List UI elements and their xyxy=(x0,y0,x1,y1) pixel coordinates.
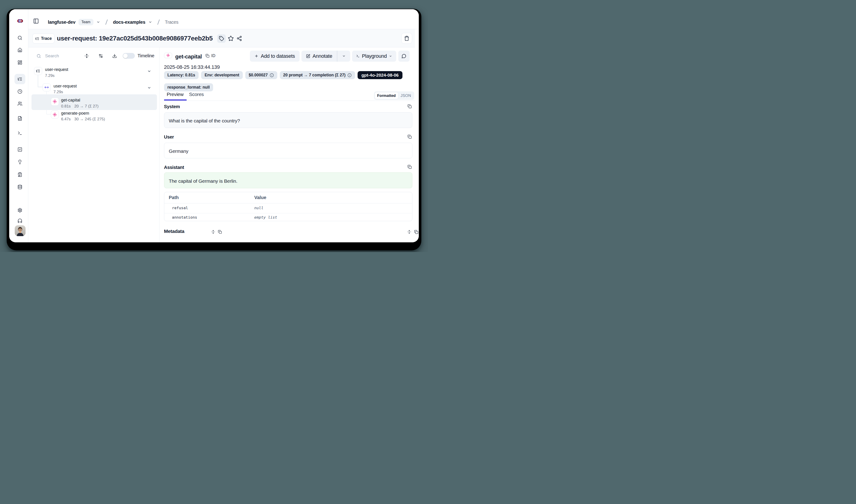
format-json-button[interactable]: JSON xyxy=(398,92,413,99)
sidebar-item-support[interactable] xyxy=(15,216,25,226)
annotate-label: Annotate xyxy=(313,53,332,59)
langfuse-logo-icon[interactable] xyxy=(17,19,23,23)
annotate-dropdown-button[interactable] xyxy=(337,51,350,62)
metadata-expand-button[interactable] xyxy=(211,230,215,234)
org-chevron-down-icon[interactable] xyxy=(96,20,100,24)
table-row-value: empty list xyxy=(254,215,277,219)
copy-icon xyxy=(206,54,209,58)
tree-node-duration: 7.29s xyxy=(54,90,63,94)
detail-title: get-capital xyxy=(175,53,202,60)
timeline-toggle[interactable] xyxy=(123,53,135,59)
download-icon xyxy=(112,54,117,58)
comments-button[interactable] xyxy=(398,51,410,62)
tag-button[interactable] xyxy=(217,34,226,43)
sidebar-item-playground[interactable] xyxy=(15,128,25,138)
tree-node-duration-value: 6.47s xyxy=(61,117,71,122)
assistant-message-text: The capital of Germany is Berlin. xyxy=(169,178,237,184)
table-row-path: annotations xyxy=(172,215,197,219)
tree-connector xyxy=(38,87,42,87)
sidebar-item-home[interactable] xyxy=(15,45,25,55)
trace-type-label: Trace xyxy=(41,36,52,41)
sidebar-item-tracing[interactable] xyxy=(15,74,25,84)
user-avatar[interactable] xyxy=(15,225,25,236)
sidebar-item-datasets[interactable] xyxy=(15,182,25,192)
settings-gear-icon xyxy=(17,208,22,213)
home-icon xyxy=(17,48,22,52)
info-icon xyxy=(347,73,352,77)
tree-node-span-icon-box xyxy=(42,83,51,91)
span-move-horizontal-icon xyxy=(44,85,49,90)
tab-preview[interactable]: Preview xyxy=(167,92,184,97)
copy-assistant-button[interactable] xyxy=(408,165,412,169)
terminal-icon xyxy=(356,54,360,58)
trace-tree-icon xyxy=(36,69,40,73)
model-badge[interactable]: gpt-4o-2024-08-06 xyxy=(358,71,403,79)
tokens-badge[interactable]: 20 prompt → 7 completion (Σ 27) xyxy=(280,71,355,79)
tree-node-generation-icon-box xyxy=(51,97,59,106)
share-icon xyxy=(236,36,242,41)
unfold-vertical-icon xyxy=(211,230,215,234)
copy-icon xyxy=(414,230,418,234)
metadata-copy-button[interactable] xyxy=(218,230,222,234)
sidebar-item-dashboards[interactable] xyxy=(15,57,25,68)
users-icon xyxy=(17,101,22,106)
env-badge: Env: development xyxy=(201,71,243,79)
star-icon xyxy=(228,35,234,41)
tab-scores[interactable]: Scores xyxy=(189,92,204,97)
observation-detail-panel: get-capital ID Add to datasets Annotate … xyxy=(160,48,419,242)
generation-pinwheel-icon xyxy=(52,99,57,104)
sidebar-item-sessions[interactable] xyxy=(15,86,25,97)
download-button[interactable] xyxy=(112,53,117,58)
copy-id-button[interactable] xyxy=(206,54,209,58)
copy-system-button[interactable] xyxy=(408,104,412,108)
sidebar-item-search[interactable] xyxy=(15,33,25,43)
tree-node-label[interactable]: generate-poem xyxy=(61,111,89,116)
clock-icon xyxy=(17,89,22,94)
bookmark-star-button[interactable] xyxy=(228,35,234,42)
metadata-copy-button-right[interactable] xyxy=(414,230,418,234)
breadcrumb-section[interactable]: Traces xyxy=(165,20,179,25)
add-to-datasets-button[interactable]: Add to datasets xyxy=(250,51,300,62)
tree-node-label[interactable]: user-request xyxy=(45,67,68,72)
copy-user-button[interactable] xyxy=(408,134,412,139)
app-window: langfuse-dev Team docs-examples Traces T… xyxy=(9,9,419,242)
tree-settings-button[interactable] xyxy=(98,53,103,58)
system-message-box: What is the capital of the country? xyxy=(164,112,413,128)
breadcrumb-separator-2 xyxy=(157,19,159,25)
section-heading-assistant: Assistant xyxy=(164,165,184,170)
tree-node-collapse-chevron[interactable] xyxy=(147,86,151,90)
format-formatted-button[interactable]: Formatted xyxy=(375,92,398,99)
sidebar-item-users[interactable] xyxy=(15,98,25,109)
info-icon xyxy=(270,73,274,77)
project-chevron-down-icon[interactable] xyxy=(148,20,152,24)
assistant-message-box: The capital of Germany is Berlin. xyxy=(164,173,413,188)
detail-generation-icon-box xyxy=(164,53,172,58)
breadcrumb-org[interactable]: langfuse-dev xyxy=(48,20,75,25)
sidebar-item-settings[interactable] xyxy=(15,205,25,215)
table-row-value: null xyxy=(254,206,264,210)
breadcrumb-project[interactable]: docs-examples xyxy=(113,20,145,25)
tree-node-label[interactable]: user-request xyxy=(54,84,77,89)
sidebar-item-insights[interactable] xyxy=(15,157,25,167)
output-table: Path Value refusal null annotations empt… xyxy=(164,192,413,221)
playground-button[interactable]: Playground xyxy=(352,51,396,62)
id-label[interactable]: ID xyxy=(211,53,215,58)
tree-search[interactable]: Search xyxy=(37,52,59,59)
table-divider xyxy=(164,213,412,213)
sidebar-toggle-button[interactable] xyxy=(33,18,39,24)
dashboard-icon xyxy=(17,60,22,65)
tree-node-collapse-chevron[interactable] xyxy=(147,69,151,73)
sidebar-item-annotation[interactable] xyxy=(15,169,25,180)
collapse-all-button[interactable] xyxy=(84,53,89,58)
annotate-button[interactable]: Annotate xyxy=(301,51,337,62)
metadata-expand-button-right[interactable] xyxy=(407,230,411,234)
delete-trace-button[interactable] xyxy=(401,33,412,44)
cost-badge[interactable]: $0.000027 xyxy=(245,71,277,79)
sidebar-item-prompts[interactable] xyxy=(15,113,25,124)
share-button[interactable] xyxy=(236,35,243,42)
tree-node-label[interactable]: get-capital xyxy=(61,98,80,103)
trace-tree-panel: Search Timeline user-request 7.29s xyxy=(28,48,159,242)
sidebar-item-evaluation[interactable] xyxy=(15,144,25,155)
system-message-text: What is the capital of the country? xyxy=(169,118,240,124)
trace-tree-icon xyxy=(35,37,39,41)
